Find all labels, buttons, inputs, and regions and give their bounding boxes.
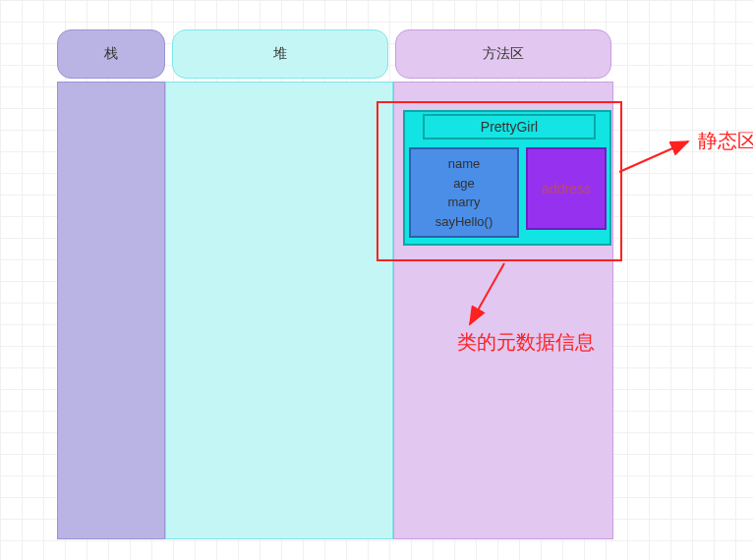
annotation-metadata: 类的元数据信息 bbox=[457, 329, 595, 356]
highlight-frame bbox=[376, 101, 622, 261]
column-stack bbox=[57, 82, 165, 539]
tab-methodarea: 方法区 bbox=[395, 29, 611, 79]
tab-stack: 栈 bbox=[57, 29, 165, 79]
svg-line-1 bbox=[619, 141, 688, 172]
annotation-static-area: 静态区 bbox=[698, 128, 753, 154]
tab-methodarea-label: 方法区 bbox=[483, 45, 524, 63]
tab-heap-label: 堆 bbox=[273, 45, 287, 63]
column-heap bbox=[165, 82, 393, 539]
tab-stack-label: 栈 bbox=[104, 45, 118, 63]
diagram-canvas: 栈 堆 方法区 PrettyGirl name age marry sayHel… bbox=[0, 0, 753, 560]
tab-heap: 堆 bbox=[172, 29, 388, 79]
